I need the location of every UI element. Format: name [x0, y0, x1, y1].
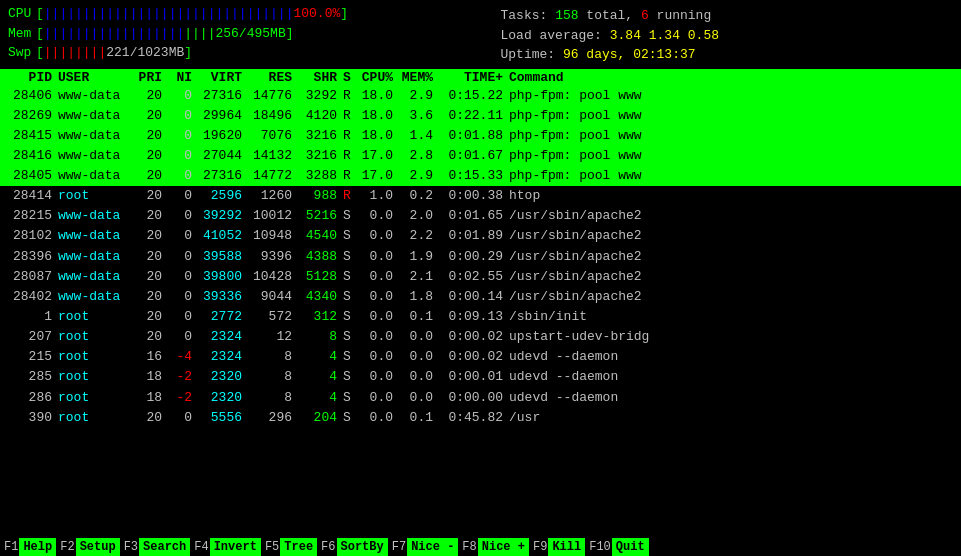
cell-time: 0:15.33: [439, 166, 509, 186]
cell-cmd: udevd --daemon: [509, 367, 953, 387]
table-row[interactable]: 28215 www-data 20 0 39292 10012 5216 S 0…: [0, 206, 961, 226]
table-row[interactable]: 28416 www-data 20 0 27044 14132 3216 R 1…: [0, 146, 961, 166]
cell-cpu: 1.0: [359, 186, 399, 206]
cell-res: 8: [248, 347, 298, 367]
cell-mem: 0.0: [399, 327, 439, 347]
uptime-label: Uptime:: [501, 47, 556, 62]
cell-s: R: [343, 126, 359, 146]
fkey-num-f1: F1: [0, 538, 19, 556]
cell-user: www-data: [58, 86, 138, 106]
fkey-f6[interactable]: F6SortBy: [317, 538, 388, 556]
mem-bracket-close: ]: [286, 24, 294, 44]
cell-res: 7076: [248, 126, 298, 146]
cell-pri: 18: [138, 388, 168, 408]
cell-time: 0:00.01: [439, 367, 509, 387]
table-row[interactable]: 28402 www-data 20 0 39336 9044 4340 S 0.…: [0, 287, 961, 307]
fkey-num-f7: F7: [388, 538, 407, 556]
cell-ni: -2: [168, 388, 198, 408]
fkey-f3[interactable]: F3Search: [120, 538, 191, 556]
fkey-f1[interactable]: F1Help: [0, 538, 56, 556]
table-row[interactable]: 28102 www-data 20 0 41052 10948 4540 S 0…: [0, 226, 961, 246]
cell-pid: 28269: [8, 106, 58, 126]
cell-shr: 312: [298, 307, 343, 327]
cell-cmd: php-fpm: pool www: [509, 146, 953, 166]
cell-user: root: [58, 327, 138, 347]
cell-pri: 20: [138, 146, 168, 166]
cell-cmd: php-fpm: pool www: [509, 86, 953, 106]
cell-mem: 1.9: [399, 247, 439, 267]
uptime-value: 96 days, 02:13:37: [563, 47, 696, 62]
uptime-line: Uptime: 96 days, 02:13:37: [501, 45, 954, 65]
cell-cpu: 0.0: [359, 347, 399, 367]
cpu-bracket-close: ]: [340, 4, 348, 24]
fkey-f10[interactable]: F10Quit: [585, 538, 648, 556]
table-row[interactable]: 28406 www-data 20 0 27316 14776 3292 R 1…: [0, 86, 961, 106]
table-row[interactable]: 1 root 20 0 2772 572 312 S 0.0 0.1 0:09.…: [0, 307, 961, 327]
swp-bar-red: ||||||||: [44, 43, 106, 63]
cell-pid: 28406: [8, 86, 58, 106]
fkey-num-f4: F4: [190, 538, 209, 556]
col-header-cpu: CPU%: [359, 70, 399, 85]
cell-s: S: [343, 327, 359, 347]
cell-res: 14132: [248, 146, 298, 166]
fkey-f8[interactable]: F8Nice +: [458, 538, 529, 556]
fkey-f5[interactable]: F5Tree: [261, 538, 317, 556]
cell-mem: 2.1: [399, 267, 439, 287]
fkey-f9[interactable]: F9Kill: [529, 538, 585, 556]
table-row[interactable]: 286 root 18 -2 2320 8 4 S 0.0 0.0 0:00.0…: [0, 388, 961, 408]
cell-user: www-data: [58, 226, 138, 246]
fkey-num-f2: F2: [56, 538, 75, 556]
cell-virt: 41052: [198, 226, 248, 246]
table-row[interactable]: 28415 www-data 20 0 19620 7076 3216 R 18…: [0, 126, 961, 146]
cell-pid: 207: [8, 327, 58, 347]
table-row[interactable]: 207 root 20 0 2324 12 8 S 0.0 0.0 0:00.0…: [0, 327, 961, 347]
fkey-label-f3: Search: [139, 538, 190, 556]
cell-cmd: /usr: [509, 408, 953, 428]
mem-meter-line: Mem [ |||||||||||||||||| |||| 256/495MB …: [8, 24, 461, 44]
cpu-section: CPU [ |||||||||||||||||||||||||||||||| 1…: [8, 4, 461, 65]
cell-virt: 29964: [198, 106, 248, 126]
load-line: Load average: 3.84 1.34 0.58: [501, 26, 954, 46]
cell-pri: 18: [138, 367, 168, 387]
cell-pid: 285: [8, 367, 58, 387]
cell-pri: 20: [138, 247, 168, 267]
cell-time: 0:01.65: [439, 206, 509, 226]
cell-pid: 28416: [8, 146, 58, 166]
cpu-bar-blue: ||||||||||||||||||||||||||||||||: [44, 4, 294, 24]
cell-cmd: htop: [509, 186, 953, 206]
table-row[interactable]: 28087 www-data 20 0 39800 10428 5128 S 0…: [0, 267, 961, 287]
swp-value: 221/1023MB: [106, 43, 184, 63]
cell-s: R: [343, 86, 359, 106]
cell-pri: 20: [138, 287, 168, 307]
cell-res: 18496: [248, 106, 298, 126]
tasks-running: 6: [641, 8, 649, 23]
cell-time: 0:00.38: [439, 186, 509, 206]
table-row[interactable]: 28405 www-data 20 0 27316 14772 3288 R 1…: [0, 166, 961, 186]
cell-cpu: 17.0: [359, 146, 399, 166]
cpu-bracket-open: [: [36, 4, 44, 24]
fkey-f4[interactable]: F4Invert: [190, 538, 261, 556]
fkey-f2[interactable]: F2Setup: [56, 538, 119, 556]
cell-virt: 5556: [198, 408, 248, 428]
swp-bracket-close: ]: [184, 43, 192, 63]
cell-cpu: 18.0: [359, 126, 399, 146]
cell-cmd: php-fpm: pool www: [509, 126, 953, 146]
fkey-label-f2: Setup: [76, 538, 120, 556]
table-row[interactable]: 285 root 18 -2 2320 8 4 S 0.0 0.0 0:00.0…: [0, 367, 961, 387]
col-header-mem: MEM%: [399, 70, 439, 85]
cell-s: R: [343, 186, 359, 206]
cell-pri: 20: [138, 186, 168, 206]
swp-label: Swp: [8, 43, 36, 63]
cell-ni: 0: [168, 408, 198, 428]
table-row[interactable]: 28269 www-data 20 0 29964 18496 4120 R 1…: [0, 106, 961, 126]
cell-pid: 28215: [8, 206, 58, 226]
table-row[interactable]: 28414 root 20 0 2596 1260 988 R 1.0 0.2 …: [0, 186, 961, 206]
col-header-ni: NI: [168, 70, 198, 85]
table-row[interactable]: 215 root 16 -4 2324 8 4 S 0.0 0.0 0:00.0…: [0, 347, 961, 367]
table-row[interactable]: 28396 www-data 20 0 39588 9396 4388 S 0.…: [0, 247, 961, 267]
fkey-f7[interactable]: F7Nice -: [388, 538, 459, 556]
cell-shr: 4: [298, 347, 343, 367]
cell-pri: 20: [138, 267, 168, 287]
table-row[interactable]: 390 root 20 0 5556 296 204 S 0.0 0.1 0:4…: [0, 408, 961, 428]
cell-time: 0:22.11: [439, 106, 509, 126]
